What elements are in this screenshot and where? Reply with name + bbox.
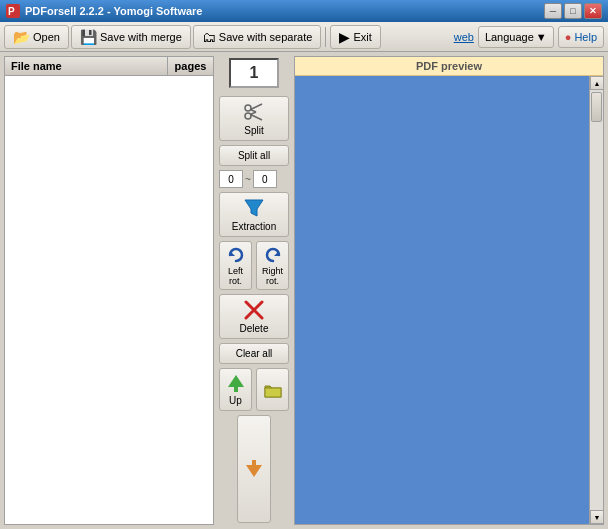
close-button[interactable]: ✕ — [584, 3, 602, 19]
title-bar-left: P PDForsell 2.2.2 - Yomogi Software — [6, 4, 202, 18]
rotation-row: Left rot. Right rot. — [219, 241, 289, 290]
delete-label: Delete — [240, 323, 269, 334]
save-merge-label: Save with merge — [100, 31, 182, 43]
save-merge-icon: 💾 — [80, 29, 97, 45]
title-bar: P PDForsell 2.2.2 - Yomogi Software ─ □ … — [0, 0, 608, 22]
title-text: PDForsell 2.2.2 - Yomogi Software — [25, 5, 202, 17]
move-up-button[interactable]: Up — [219, 368, 252, 411]
svg-line-4 — [251, 104, 263, 110]
extraction-label: Extraction — [232, 221, 276, 232]
left-rot-label: Left rot. — [222, 266, 249, 286]
move-down-button[interactable] — [237, 415, 271, 523]
up-label: Up — [229, 395, 242, 406]
col-name-header: File name — [5, 57, 168, 75]
minimize-button[interactable]: ─ — [544, 3, 562, 19]
save-separate-label: Save with separate — [219, 31, 313, 43]
help-label: Help — [574, 31, 597, 43]
svg-line-5 — [251, 115, 263, 121]
left-rotate-button[interactable]: Left rot. — [219, 241, 252, 290]
save-separate-icon: 🗂 — [202, 29, 216, 45]
preview-body: ▲ ▼ — [295, 76, 603, 524]
exit-button[interactable]: ▶ Exit — [330, 25, 380, 49]
file-list-panel: File name pages — [4, 56, 214, 525]
folder-icon — [263, 380, 283, 400]
preview-scrollbar[interactable]: ▲ ▼ — [589, 76, 603, 524]
right-rot-label: Right rot. — [259, 266, 286, 286]
svg-rect-17 — [252, 460, 256, 465]
page-number-display: 1 — [229, 58, 279, 88]
file-list-body[interactable] — [5, 76, 213, 524]
svg-rect-15 — [265, 388, 281, 397]
split-all-button[interactable]: Split all — [219, 145, 289, 166]
svg-rect-14 — [234, 387, 238, 392]
svg-text:P: P — [8, 6, 15, 17]
range-separator: ~ — [245, 174, 251, 185]
save-merge-button[interactable]: 💾 Save with merge — [71, 25, 191, 49]
col-pages-header: pages — [168, 57, 213, 75]
split-all-label: Split all — [238, 150, 270, 161]
extraction-button[interactable]: Extraction — [219, 192, 289, 237]
web-link[interactable]: web — [454, 31, 474, 43]
toolbar-separator — [325, 27, 326, 47]
toolbar: 📂 Open 💾 Save with merge 🗂 Save with sep… — [0, 22, 608, 52]
exit-label: Exit — [353, 31, 371, 43]
svg-point-2 — [245, 105, 251, 111]
svg-marker-13 — [228, 375, 244, 387]
controls-panel: 1 Split Split all ~ — [214, 52, 294, 529]
range-row: ~ — [219, 170, 289, 188]
delete-icon — [243, 299, 265, 321]
svg-line-7 — [251, 112, 257, 115]
funnel-icon — [243, 197, 265, 219]
help-icon: ● — [565, 31, 572, 43]
help-button[interactable]: ● Help — [558, 26, 604, 48]
app-icon: P — [6, 4, 20, 18]
maximize-button[interactable]: □ — [564, 3, 582, 19]
file-list-header: File name pages — [5, 57, 213, 76]
language-button[interactable]: Language ▼ — [478, 26, 554, 48]
up-icon — [226, 373, 246, 393]
move-row: Up — [219, 368, 289, 411]
svg-marker-16 — [246, 465, 262, 477]
open-icon: 📂 — [13, 29, 30, 45]
rotate-left-icon — [226, 245, 246, 265]
split-button[interactable]: Split — [219, 96, 289, 141]
language-dropdown-icon: ▼ — [536, 31, 547, 43]
right-rotate-button[interactable]: Right rot. — [256, 241, 289, 290]
scissors-icon — [243, 101, 265, 123]
svg-point-3 — [245, 113, 251, 119]
range-from-input[interactable] — [219, 170, 243, 188]
rotate-right-icon — [263, 245, 283, 265]
move-folder-button[interactable] — [256, 368, 289, 411]
down-icon — [244, 459, 264, 479]
language-label: Language — [485, 31, 534, 43]
open-button[interactable]: 📂 Open — [4, 25, 69, 49]
preview-panel: PDF preview ▲ ▼ — [294, 56, 604, 525]
svg-marker-8 — [245, 200, 263, 216]
scroll-down-button[interactable]: ▼ — [590, 510, 603, 524]
range-to-input[interactable] — [253, 170, 277, 188]
title-controls: ─ □ ✕ — [544, 3, 602, 19]
main-content: File name pages 1 Split Split all — [0, 52, 608, 529]
exit-icon: ▶ — [339, 29, 350, 45]
scroll-track — [590, 90, 603, 510]
clear-all-label: Clear all — [236, 348, 273, 359]
split-label: Split — [244, 125, 263, 136]
delete-button[interactable]: Delete — [219, 294, 289, 339]
clear-all-button[interactable]: Clear all — [219, 343, 289, 364]
preview-header: PDF preview — [295, 57, 603, 76]
open-label: Open — [33, 31, 60, 43]
scroll-up-button[interactable]: ▲ — [590, 76, 603, 90]
toolbar-right: web Language ▼ ● Help — [454, 26, 604, 48]
scroll-thumb — [591, 92, 602, 122]
save-separate-button[interactable]: 🗂 Save with separate — [193, 25, 322, 49]
